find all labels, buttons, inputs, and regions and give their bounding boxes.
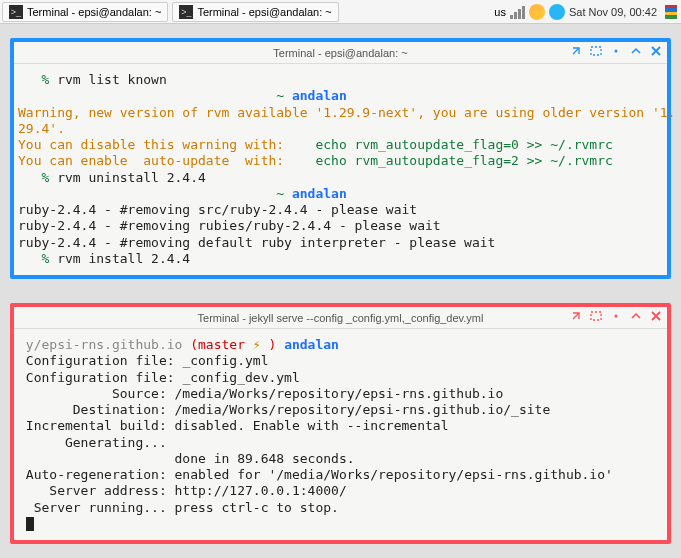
menu-icon[interactable] <box>665 5 677 19</box>
terminal-window-2: Terminal - jekyll serve --config _config… <box>10 303 671 544</box>
system-tray: us Sat Nov 09, 00:42 <box>494 4 681 20</box>
keep-above-icon[interactable] <box>569 44 583 60</box>
close-icon[interactable] <box>649 309 663 325</box>
cursor <box>26 517 34 531</box>
terminal-icon: >_ <box>179 5 193 19</box>
taskbar-item-terminal-2[interactable]: >_ Terminal - epsi@andalan: ~ <box>172 2 338 22</box>
svg-point-3 <box>615 315 618 318</box>
taskbar-item-terminal-1[interactable]: >_ Terminal - epsi@andalan: ~ <box>2 2 168 22</box>
shade-icon[interactable] <box>589 44 603 60</box>
clock[interactable]: Sat Nov 09, 00:42 <box>569 6 657 18</box>
minimize-icon[interactable] <box>609 44 623 60</box>
svg-rect-0 <box>591 47 601 55</box>
taskbar-label: Terminal - epsi@andalan: ~ <box>197 6 331 18</box>
svg-point-1 <box>615 50 618 53</box>
network-icon[interactable] <box>510 5 525 19</box>
titlebar[interactable]: Terminal - jekyll serve --config _config… <box>14 307 667 329</box>
svg-rect-2 <box>591 312 601 320</box>
telegram-icon[interactable] <box>549 4 565 20</box>
terminal-icon: >_ <box>9 5 23 19</box>
top-panel: >_ Terminal - epsi@andalan: ~ >_ Termina… <box>0 0 681 24</box>
weather-icon[interactable] <box>529 4 545 20</box>
terminal-output[interactable]: y/epsi-rns.github.io (master ⚡ ) andalan… <box>14 329 667 540</box>
maximize-icon[interactable] <box>629 309 643 325</box>
taskbar-label: Terminal - epsi@andalan: ~ <box>27 6 161 18</box>
maximize-icon[interactable] <box>629 44 643 60</box>
shade-icon[interactable] <box>589 309 603 325</box>
close-icon[interactable] <box>649 44 663 60</box>
titlebar[interactable]: Terminal - epsi@andalan: ~ <box>14 42 667 64</box>
terminal-window-1: Terminal - epsi@andalan: ~ % <box>10 38 671 279</box>
keyboard-layout[interactable]: us <box>494 6 506 18</box>
minimize-icon[interactable] <box>609 309 623 325</box>
keep-above-icon[interactable] <box>569 309 583 325</box>
terminal-output[interactable]: % rvm list known ~ andalan Warning, new … <box>14 64 667 275</box>
